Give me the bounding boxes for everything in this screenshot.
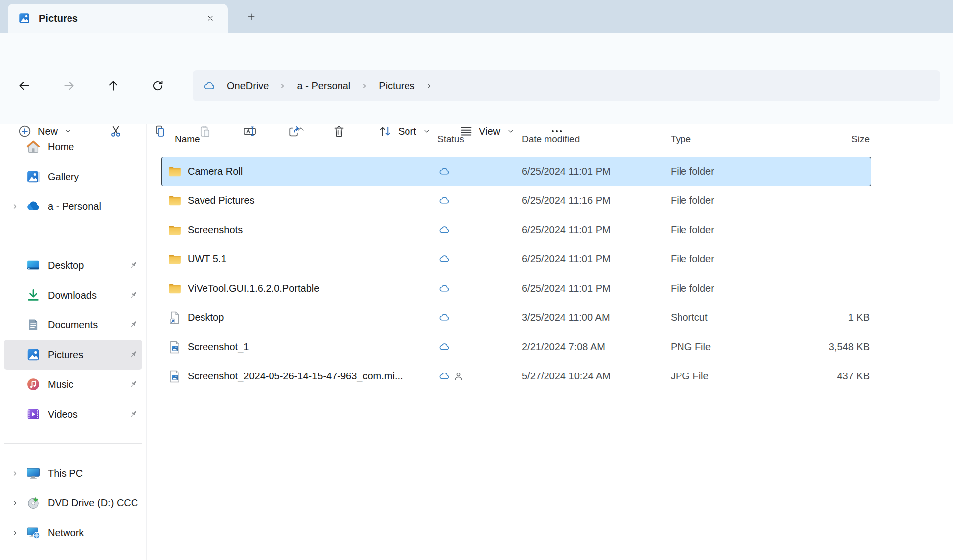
name-cell: Screenshot_1 (161, 340, 431, 355)
expand-chevron-icon[interactable] (4, 202, 26, 211)
file-list-pane: Name Status Date modified Type Size Came… (147, 124, 953, 560)
file-name: Screenshots (188, 224, 243, 236)
file-row-camera-roll[interactable]: Camera Roll6/25/2024 11:01 PMFile folder (161, 157, 871, 186)
videos-icon (26, 407, 41, 422)
file-explorer-window: Pictures OneDrive a - Personal Pictures … (0, 0, 953, 560)
thispc-icon (26, 466, 41, 481)
date-modified-cell: 6/25/2024 11:16 PM (513, 195, 662, 206)
onedrive-cloud-icon (204, 80, 216, 92)
sidebar-item-a-personal[interactable]: a - Personal (4, 191, 142, 221)
folder-icon (167, 252, 182, 267)
size-cell: 3,548 KB (790, 341, 871, 353)
column-header-size[interactable]: Size (790, 134, 871, 145)
date-modified-cell: 5/27/2024 10:24 AM (513, 371, 662, 382)
expand-chevron-icon[interactable] (4, 499, 26, 507)
sidebar-item-label: This PC (48, 468, 83, 479)
column-header-date-modified[interactable]: Date modified (513, 134, 662, 145)
dvd-icon (26, 496, 41, 510)
shared-person-icon (453, 371, 464, 382)
cloud-status-icon (439, 166, 450, 177)
breadcrumb-chevron-icon[interactable] (360, 82, 369, 90)
sidebar-item-dvd-drive-d-ccc[interactable]: DVD Drive (D:) CCC (4, 488, 142, 518)
column-divider[interactable] (790, 131, 790, 147)
file-row-screenshot-1[interactable]: Screenshot_12/21/2024 7:08 AMPNG File3,5… (161, 332, 871, 362)
type-cell: File folder (662, 224, 790, 236)
file-row-screenshot-2024-05-26-14-15-47-963-com-mi[interactable]: Screenshot_2024-05-26-14-15-47-963_com.m… (161, 362, 871, 391)
column-header-name[interactable]: Name (161, 134, 431, 145)
breadcrumb-chevron-icon[interactable] (425, 82, 433, 90)
expand-chevron-icon[interactable] (4, 529, 26, 537)
folder-icon (167, 281, 182, 296)
up-button[interactable] (103, 76, 123, 96)
sidebar-item-label: Pictures (48, 349, 83, 361)
column-headers: Name Status Date modified Type Size (161, 128, 871, 151)
network-icon (26, 525, 41, 540)
file-row-vivetool-gui-1-6-2-0-portable[interactable]: ViVeTool.GUI.1.6.2.0.Portable6/25/2024 1… (161, 274, 871, 303)
command-band: OneDrive a - Personal Pictures New Sort (0, 33, 953, 124)
cloud-status-icon (439, 224, 450, 236)
folder-icon (167, 164, 182, 179)
name-cell: ViVeTool.GUI.1.6.2.0.Portable (161, 281, 431, 296)
pin-icon (128, 260, 138, 271)
file-name: Saved Pictures (188, 195, 255, 206)
type-cell: PNG File (662, 341, 790, 353)
tab-title: Pictures (39, 13, 78, 24)
sidebar-divider (4, 236, 142, 236)
column-header-type[interactable]: Type (662, 134, 790, 145)
column-divider[interactable] (513, 131, 513, 147)
sidebar-item-label: Downloads (48, 290, 97, 301)
sidebar-item-network[interactable]: Network (4, 518, 142, 548)
documents-icon (26, 317, 41, 332)
forward-button[interactable] (59, 76, 79, 96)
name-cell: Camera Roll (161, 164, 431, 179)
file-row-desktop[interactable]: Desktop3/25/2024 11:00 AMShortcut1 KB (161, 303, 871, 332)
sidebar-item-gallery[interactable]: Gallery (4, 162, 142, 191)
folder-icon (167, 223, 182, 238)
pin-icon (128, 290, 138, 301)
status-cell (431, 341, 513, 353)
sidebar-item-pictures[interactable]: Pictures (4, 340, 142, 370)
refresh-button[interactable] (148, 76, 168, 96)
file-row-uwt-5-1[interactable]: UWT 5.16/25/2024 11:01 PMFile folder (161, 245, 871, 274)
column-divider[interactable] (874, 131, 874, 147)
breadcrumb-chevron-icon[interactable] (278, 82, 287, 90)
sidebar-item-home[interactable]: Home (4, 132, 142, 162)
sidebar-item-label: Home (48, 141, 74, 153)
sidebar-item-music[interactable]: Music (4, 370, 142, 399)
type-cell: File folder (662, 253, 790, 265)
tab-pictures[interactable]: Pictures (8, 4, 228, 33)
date-modified-cell: 6/25/2024 11:01 PM (513, 166, 662, 177)
type-cell: JPG File (662, 371, 790, 382)
sidebar-item-videos[interactable]: Videos (4, 399, 142, 429)
column-divider[interactable] (662, 131, 662, 147)
date-modified-cell: 2/21/2024 7:08 AM (513, 341, 662, 353)
file-row-saved-pictures[interactable]: Saved Pictures6/25/2024 11:16 PMFile fol… (161, 186, 871, 215)
breadcrumb-pictures[interactable]: Pictures (376, 78, 417, 94)
file-list: Camera Roll6/25/2024 11:01 PMFile folder… (161, 157, 871, 391)
sidebar-item-documents[interactable]: Documents (4, 310, 142, 340)
new-tab-button[interactable] (244, 10, 258, 24)
pictures-icon (26, 347, 41, 362)
back-button[interactable] (14, 76, 34, 96)
status-cell (431, 253, 513, 265)
pin-icon (128, 349, 138, 360)
file-row-screenshots[interactable]: Screenshots6/25/2024 11:01 PMFile folder (161, 215, 871, 245)
sidebar-item-desktop[interactable]: Desktop (4, 250, 142, 280)
sidebar-item-this-pc[interactable]: This PC (4, 458, 142, 488)
date-modified-cell: 6/25/2024 11:01 PM (513, 253, 662, 265)
breadcrumb-a-personal[interactable]: a - Personal (294, 78, 353, 94)
size-cell: 437 KB (790, 371, 871, 382)
date-modified-cell: 6/25/2024 11:01 PM (513, 224, 662, 236)
close-tab-icon[interactable] (204, 12, 217, 25)
sidebar-item-label: Documents (48, 319, 98, 331)
sidebar-item-downloads[interactable]: Downloads (4, 280, 142, 310)
status-cell (431, 283, 513, 294)
gallery-icon (26, 169, 41, 184)
column-divider[interactable] (433, 131, 433, 147)
size-cell: 1 KB (790, 312, 871, 323)
status-cell (431, 371, 513, 382)
breadcrumb-onedrive[interactable]: OneDrive (224, 78, 272, 94)
address-bar[interactable]: OneDrive a - Personal Pictures (193, 70, 940, 101)
column-header-status[interactable]: Status (431, 134, 513, 145)
expand-chevron-icon[interactable] (4, 469, 26, 478)
